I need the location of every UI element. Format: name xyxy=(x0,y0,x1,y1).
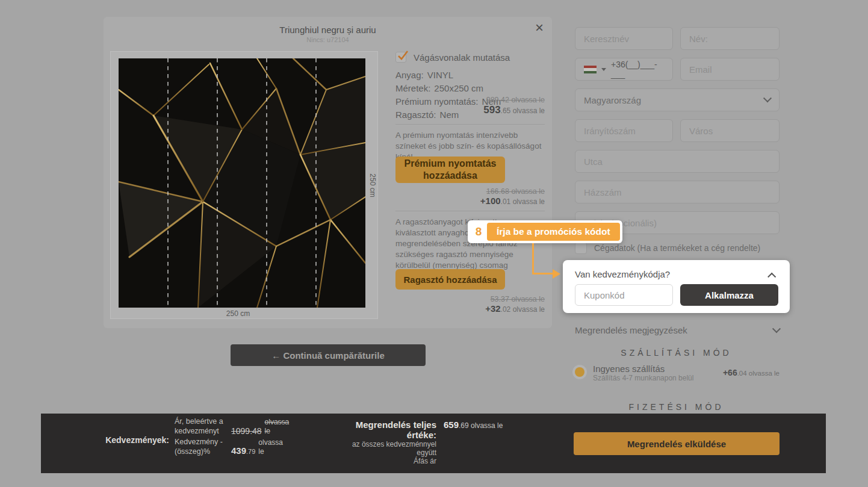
hungary-flag-icon xyxy=(584,66,597,73)
country-value: Magyarország xyxy=(584,95,760,105)
order-notes-label: Megrendelés megjegyzések xyxy=(575,325,773,335)
add-glue-button[interactable]: Ragasztó hozzáadása xyxy=(395,269,505,290)
product-preview-frame: 250 cm 250 cm xyxy=(110,51,378,319)
order-summary-footer: Kedvezmények: Ár, beleértve a kedvezmény… xyxy=(41,414,826,473)
coupon-code-input[interactable] xyxy=(575,284,673,306)
apply-coupon-button[interactable]: Alkalmazza xyxy=(680,284,778,306)
shipping-option-title: Ingyenes szállítás xyxy=(593,364,665,374)
tour-tooltip-text: Írja be a promóciós kódot xyxy=(487,223,620,241)
divider xyxy=(395,211,545,211)
shipping-option-subtitle: Szállítás 4-7 munkanapon belül xyxy=(593,374,693,382)
continue-shopping-button[interactable]: ← Continuă cumpărăturile xyxy=(231,344,426,366)
product-sku: Nincs: u72104 xyxy=(104,36,552,43)
phone-field[interactable]: +36(__)___-___ xyxy=(575,58,673,81)
add-premium-print-button[interactable]: Prémium nyomtatás hozzáadása xyxy=(395,157,505,183)
tour-connector-line xyxy=(532,273,554,275)
cutlines-label: Vágásvonalak mutatása xyxy=(414,52,510,63)
first-name-field[interactable] xyxy=(575,27,673,50)
zip-field[interactable] xyxy=(575,119,673,142)
discounts-label: Kedvezmények: xyxy=(79,435,169,445)
premium-price: 166.68 olvassa le +100.01 olvassa le xyxy=(395,187,545,206)
company-data-checkbox[interactable] xyxy=(575,242,587,254)
flag-dropdown-caret-icon xyxy=(601,68,606,71)
chevron-down-icon xyxy=(772,324,781,333)
order-notes-toggle[interactable]: Megrendelés megjegyzések xyxy=(575,325,780,335)
glue-price: 53.37 olvassa le +32.02 olvassa le xyxy=(395,295,545,314)
checkmark-icon xyxy=(397,50,409,62)
discounts-breakdown: Ár, beleértve a kedvezményt 1099.48 olva… xyxy=(175,417,331,458)
company-data-label: Cégadatok (Ha a termékeket a cég rendelt… xyxy=(594,243,760,253)
company-data-option: Cégadatok (Ha a termékeket a cég rendelt… xyxy=(575,242,760,254)
coupon-section: Van kedvezménykódja? Alkalmazza xyxy=(563,260,790,313)
discount-row: Kedvezmény - (összeg)% 439.79 olvassa le xyxy=(175,437,331,456)
shipping-method-heading: SZÁLLÍTÁSI MÓD xyxy=(563,348,790,358)
tour-step-number: 8 xyxy=(470,225,487,238)
premium-price-old: 166.68 olvassa le xyxy=(395,187,545,196)
discount-amount: 439.79 xyxy=(231,445,255,456)
chevron-up-icon[interactable] xyxy=(767,273,776,281)
city-field[interactable] xyxy=(680,119,780,142)
country-select[interactable]: Magyarország xyxy=(575,88,780,111)
close-icon[interactable]: × xyxy=(535,20,544,35)
email-field[interactable] xyxy=(680,58,780,81)
cutlines-checkbox[interactable] xyxy=(395,52,406,63)
submit-order-button[interactable]: Megrendelés elküldése xyxy=(574,432,780,455)
tour-connector-line xyxy=(532,243,534,275)
base-price: 989.42 olvassa le 593.65 olvassa le xyxy=(395,96,545,116)
wallpaper-preview-image xyxy=(119,58,365,308)
order-total-value: 659.69 olvassa le xyxy=(444,420,503,430)
cutlines-option: Vágásvonalak mutatása xyxy=(395,52,510,63)
width-dimension-label: 250 cm xyxy=(111,309,365,318)
tour-connector-arrow-icon xyxy=(553,269,560,279)
divider xyxy=(395,124,545,125)
tour-tooltip: 8 Írja be a promóciós kódot xyxy=(468,220,622,243)
base-price-old: 989.42 olvassa le xyxy=(395,96,545,104)
street-field[interactable] xyxy=(575,150,780,173)
product-modal: Triunghiul negru și auriu Nincs: u72104 … xyxy=(104,17,552,328)
discount-row: Ár, beleértve a kedvezményt 1099.48 olva… xyxy=(175,417,331,436)
phone-placeholder: +36(__)___-___ xyxy=(611,60,664,79)
height-dimension-label: 250 cm xyxy=(368,173,377,197)
shipping-radio[interactable] xyxy=(575,367,584,377)
product-title: Triunghiul negru și auriu xyxy=(104,25,552,35)
order-total-labels: Megrendelés teljes értéke: az összes ked… xyxy=(346,420,436,465)
payment-method-heading: FIZETÉSI MÓD xyxy=(563,402,790,412)
coupon-question: Van kedvezménykódja? xyxy=(575,269,670,279)
last-name-field[interactable] xyxy=(680,27,780,50)
price-with-discount-old: 1099.48 xyxy=(231,426,262,436)
glue-price-old: 53.37 olvassa le xyxy=(395,295,545,303)
shipping-price: +66.04 olvassa le xyxy=(723,368,780,377)
house-number-field[interactable] xyxy=(575,181,780,203)
chevron-down-icon xyxy=(763,94,772,102)
